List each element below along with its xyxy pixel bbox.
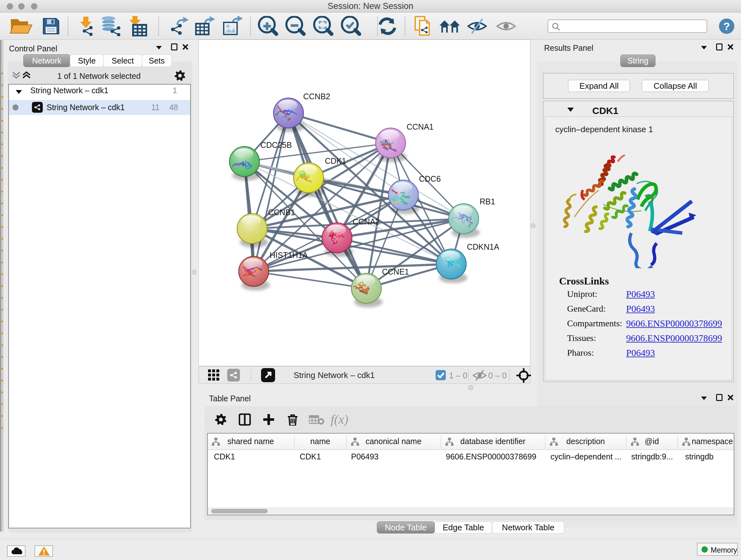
svg-text:CDC25B: CDC25B bbox=[260, 140, 292, 149]
svg-text:RB1: RB1 bbox=[480, 197, 495, 206]
svg-text:CCNA2: CCNA2 bbox=[353, 217, 380, 226]
svg-text:CDC6: CDC6 bbox=[419, 174, 441, 183]
svg-text:CCNE1: CCNE1 bbox=[382, 267, 409, 276]
svg-text:HIST1H1A: HIST1H1A bbox=[270, 251, 308, 260]
svg-text:CDK1: CDK1 bbox=[325, 157, 346, 165]
svg-text:CDKN1A: CDKN1A bbox=[467, 242, 499, 251]
svg-text:CCNA1: CCNA1 bbox=[407, 122, 434, 131]
svg-text:CCNB2: CCNB2 bbox=[303, 92, 330, 101]
svg-text:CCNB1: CCNB1 bbox=[268, 208, 295, 217]
